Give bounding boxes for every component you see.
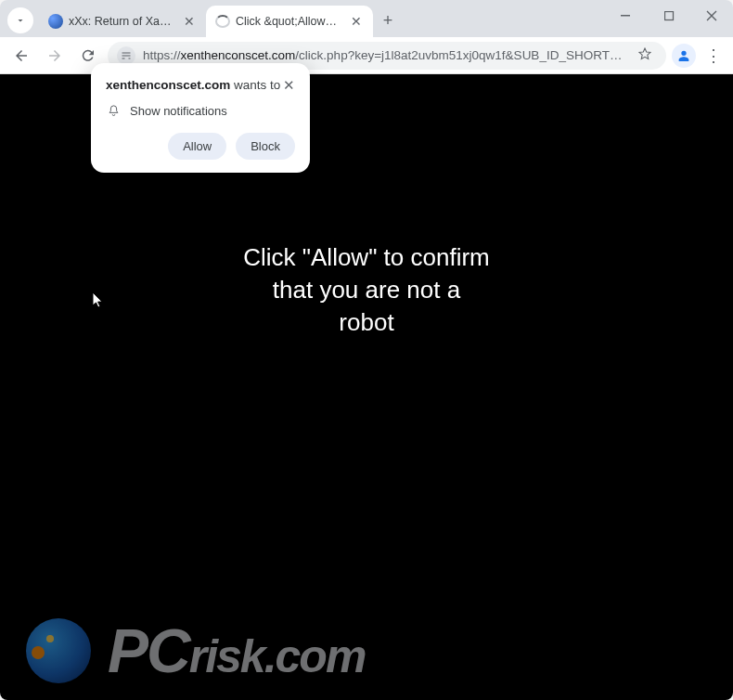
profile-button[interactable] <box>672 44 696 68</box>
site-info-button[interactable] <box>117 46 135 65</box>
url-path: /click.php?key=j1l8at2uvbm51xj0qw1f&SUB_… <box>295 48 625 62</box>
back-button[interactable] <box>7 42 35 70</box>
scam-message-line: robot <box>339 308 393 336</box>
permission-label: Show notifications <box>130 104 227 118</box>
maximize-icon <box>664 11 675 21</box>
permission-title: xenthenconscet.com wants to <box>106 78 280 92</box>
reload-icon <box>80 47 96 64</box>
permission-row: Show notifications <box>106 103 295 118</box>
svg-rect-0 <box>621 15 630 17</box>
permission-close-button[interactable]: ✕ <box>283 78 295 92</box>
forward-button[interactable] <box>41 42 69 70</box>
new-tab-button[interactable]: + <box>375 7 401 33</box>
loading-spinner-icon <box>215 15 230 28</box>
tune-icon <box>121 50 132 61</box>
bookmark-button[interactable] <box>633 46 657 65</box>
scam-message: Click "Allow" to confirm that you are no… <box>0 241 733 339</box>
person-icon <box>676 48 691 63</box>
watermark-text: PCrisk.com <box>108 620 365 681</box>
cursor-icon <box>92 292 105 314</box>
allow-button[interactable]: Allow <box>168 133 226 160</box>
tab-title: xXx: Return of Xander Cage : 12 <box>69 15 176 28</box>
watermark-text-rest: risk.com <box>189 630 366 682</box>
tab-title: Click &quot;Allow&quot; <box>236 15 343 28</box>
arrow-right-icon <box>46 47 63 64</box>
watermark-text-pc: PC <box>108 616 189 685</box>
chevron-down-icon <box>15 15 26 26</box>
tab-close-button[interactable]: ✕ <box>349 14 364 29</box>
url-scheme: https:// <box>143 48 181 62</box>
bell-icon <box>106 103 121 118</box>
close-window-button[interactable] <box>690 0 733 32</box>
minimize-button[interactable] <box>605 0 648 32</box>
tab-click-allow[interactable]: Click &quot;Allow&quot; ✕ <box>206 6 373 37</box>
star-icon <box>637 46 652 61</box>
watermark-logo: PCrisk.com <box>26 618 365 683</box>
window-controls <box>605 0 733 32</box>
maximize-button[interactable] <box>648 0 690 32</box>
notification-permission-dialog: xenthenconscet.com wants to ✕ Show notif… <box>91 63 310 173</box>
url-host: xenthenconscet.com <box>181 48 296 62</box>
scam-message-line: Click "Allow" to confirm <box>243 243 490 271</box>
tab-close-button[interactable]: ✕ <box>182 14 197 29</box>
minimize-icon <box>621 10 632 21</box>
block-button[interactable]: Block <box>236 133 295 160</box>
permission-wants-to: wants to <box>230 78 280 92</box>
arrow-left-icon <box>13 47 30 64</box>
close-icon <box>706 10 717 21</box>
scam-message-line: that you are not a <box>273 276 460 304</box>
permission-site: xenthenconscet.com <box>106 78 230 92</box>
chrome-menu-button[interactable]: ⋮ <box>701 45 726 66</box>
globe-icon <box>48 14 63 29</box>
tab-xxx-movie[interactable]: xXx: Return of Xander Cage : 12 ✕ <box>39 6 206 37</box>
svg-rect-1 <box>664 11 673 19</box>
url-text: https://xenthenconscet.com/click.php?key… <box>143 48 625 62</box>
tab-search-button[interactable] <box>7 7 33 33</box>
watermark-orb-icon <box>26 618 91 683</box>
